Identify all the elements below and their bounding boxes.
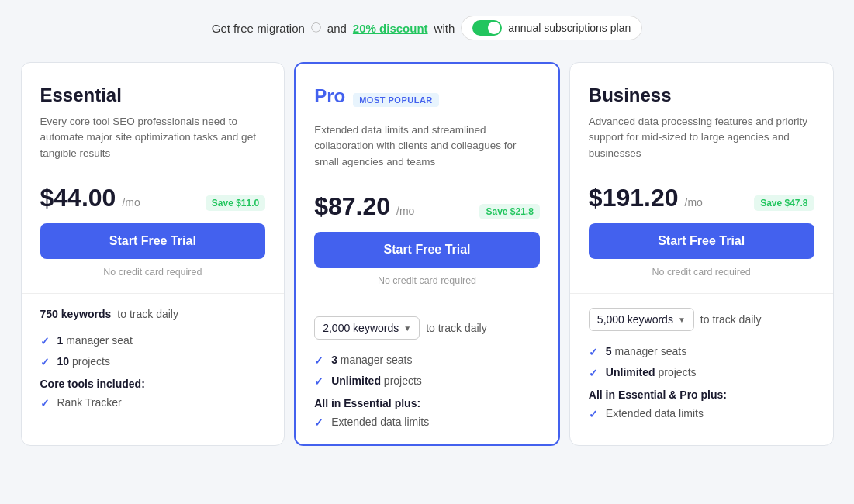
section-label: All in Essential plus: [314,397,540,409]
top-banner: Get free migration ⓘ and 20% discount wi… [212,16,642,40]
check-icon: ✓ [314,375,323,388]
feature-item: ✓ Unlimited projects [314,375,540,388]
feature-item: ✓ Unlimited projects [589,366,814,379]
keywords-row: 750 keywords to track daily [40,308,266,320]
extra-feature-text: Rank Tracker [57,396,122,409]
plans-container: Essential Every core tool SEO profession… [16,62,838,446]
discount-text: 20% discount [353,22,428,35]
price-row: $44.00 /mo Save $11.0 [40,184,266,212]
keywords-dropdown[interactable]: 2,000 keywords ▼ [314,316,420,340]
cta-button[interactable]: Start Free Trial [314,232,540,268]
price-row: $191.20 /mo Save $47.8 [589,184,814,212]
feature-text: 5 manager seats [606,345,686,357]
no-credit-text: No credit card required [589,267,814,278]
keywords-label: to track daily [426,322,487,334]
extra-feature-item: ✓ Extended data limits [589,407,814,420]
cta-button[interactable]: Start Free Trial [40,223,266,259]
keywords-value: 2,000 keywords [323,322,399,334]
keywords-value: 5,000 keywords [597,313,673,326]
divider [22,293,285,294]
keywords-static: 750 keywords [40,308,112,320]
divider [296,302,558,302]
features-section: ✓ 3 manager seats ✓ Unlimited projects [314,354,540,388]
plan-description: Every core tool SEO professionals need t… [40,114,266,170]
banner-text-before: Get free migration [212,22,305,35]
plan-card-business: Business Advanced data processing featur… [569,62,834,446]
features-section: ✓ 1 manager seat ✓ 10 projects [40,334,266,368]
feature-text: 1 manager seat [57,334,133,347]
plan-name: Business [589,85,814,106]
price-amount: $44.00 [40,184,116,212]
keywords-row: 5,000 keywords ▼ to track daily [589,308,814,331]
keywords-label: to track daily [700,313,762,326]
annual-toggle-container[interactable]: annual subscriptions plan [461,16,642,40]
check-icon: ✓ [589,408,598,420]
chevron-down-icon: ▼ [678,316,686,324]
save-badge: Save $11.0 [206,195,265,211]
price-amount: $191.20 [589,184,679,212]
plan-description: Extended data limits and streamlined col… [314,123,540,178]
save-badge: Save $47.8 [754,195,814,211]
price-period: /mo [396,205,414,217]
feature-item: ✓ 1 manager seat [40,334,266,347]
price-amount: $87.20 [314,192,390,221]
no-credit-text: No credit card required [314,275,540,286]
pro-header: Pro MOST POPULAR [314,85,540,115]
most-popular-badge: MOST POPULAR [353,93,439,107]
feature-item: ✓ 3 manager seats [314,354,540,367]
feature-text: Unlimited projects [331,375,422,387]
feature-text: 3 manager seats [331,354,412,366]
check-icon: ✓ [40,335,50,347]
check-icon: ✓ [40,397,50,409]
extra-feature-text: Extended data limits [331,416,429,428]
extra-features-section: ✓ Rank Tracker [40,396,266,409]
check-icon: ✓ [589,346,598,358]
plan-card-essential: Essential Every core tool SEO profession… [21,62,285,446]
extra-features-section: ✓ Extended data limits [589,407,814,420]
extra-feature-item: ✓ Rank Tracker [40,396,266,409]
plan-name: Essential [40,85,266,106]
divider [570,293,833,294]
plan-description: Advanced data processing features and pr… [589,114,814,170]
extra-feature-text: Extended data limits [606,407,704,419]
toggle-label: annual subscriptions plan [508,22,631,34]
price-period: /mo [122,196,140,209]
extra-features-section: ✓ Extended data limits [314,416,540,429]
extra-feature-item: ✓ Extended data limits [314,416,540,429]
cta-button[interactable]: Start Free Trial [589,223,814,259]
keywords-row: 2,000 keywords ▼ to track daily [314,316,540,340]
features-section: ✓ 5 manager seats ✓ Unlimited projects [589,345,814,379]
price-row: $87.20 /mo Save $21.8 [314,192,540,221]
banner-text-after: with [434,22,455,35]
no-credit-text: No credit card required [40,267,266,278]
keywords-label: to track daily [117,308,178,320]
chevron-down-icon: ▼ [403,324,411,333]
section-label: Core tools included: [40,378,266,390]
keywords-dropdown[interactable]: 5,000 keywords ▼ [589,308,694,331]
annual-toggle[interactable] [472,20,502,36]
plan-name: Pro [314,85,345,107]
banner-text-middle: and [327,22,347,35]
check-icon: ✓ [40,356,50,368]
feature-text: 10 projects [57,355,111,368]
feature-text: Unlimited projects [606,366,697,378]
check-icon: ✓ [314,354,323,367]
check-icon: ✓ [314,416,323,429]
check-icon: ✓ [589,367,598,379]
price-period: /mo [685,196,703,209]
save-badge: Save $21.8 [479,204,539,219]
section-label: All in Essential & Pro plus: [589,388,814,401]
feature-item: ✓ 5 manager seats [589,345,814,358]
info-icon[interactable]: ⓘ [311,21,321,35]
feature-item: ✓ 10 projects [40,355,266,368]
plan-card-pro: Pro MOST POPULAR Extended data limits an… [294,62,560,446]
